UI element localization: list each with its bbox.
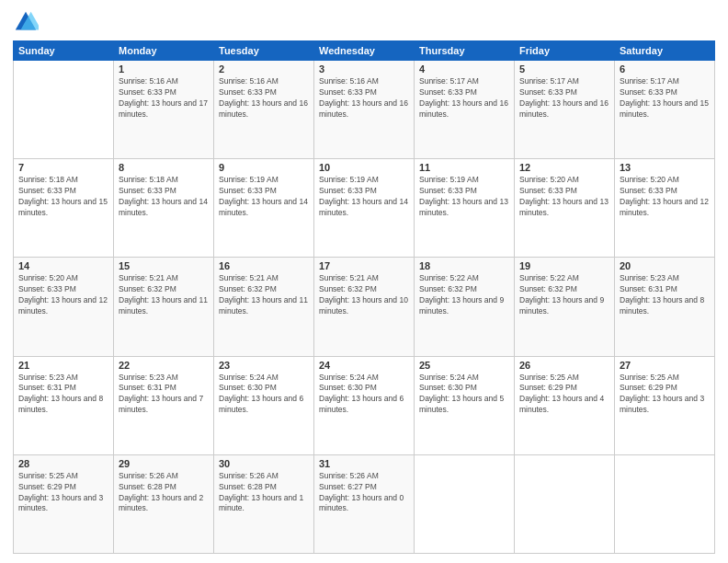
day-number: 25 bbox=[419, 360, 509, 371]
day-info: Sunrise: 5:17 AMSunset: 6:33 PMDaylight:… bbox=[419, 76, 509, 121]
header bbox=[13, 9, 715, 35]
day-cell: 18Sunrise: 5:22 AMSunset: 6:32 PMDayligh… bbox=[415, 258, 515, 356]
day-cell: 16Sunrise: 5:21 AMSunset: 6:32 PMDayligh… bbox=[214, 258, 314, 356]
header-cell-saturday: Saturday bbox=[615, 41, 715, 61]
day-number: 9 bbox=[219, 162, 309, 173]
day-info: Sunrise: 5:20 AMSunset: 6:33 PMDaylight:… bbox=[620, 175, 710, 219]
header-cell-tuesday: Tuesday bbox=[214, 41, 314, 61]
day-number: 3 bbox=[319, 63, 409, 75]
day-cell: 14Sunrise: 5:20 AMSunset: 6:33 PMDayligh… bbox=[14, 258, 114, 356]
day-info: Sunrise: 5:23 AMSunset: 6:31 PMDaylight:… bbox=[119, 373, 209, 417]
day-number: 29 bbox=[119, 458, 209, 469]
day-number: 15 bbox=[119, 260, 209, 271]
day-cell: 2Sunrise: 5:16 AMSunset: 6:33 PMDaylight… bbox=[214, 61, 314, 159]
day-cell: 3Sunrise: 5:16 AMSunset: 6:33 PMDaylight… bbox=[314, 61, 415, 159]
day-number: 1 bbox=[119, 63, 209, 75]
header-cell-sunday: Sunday bbox=[14, 41, 114, 61]
header-cell-friday: Friday bbox=[515, 41, 615, 61]
day-cell: 5Sunrise: 5:17 AMSunset: 6:33 PMDaylight… bbox=[515, 61, 615, 159]
day-number: 6 bbox=[620, 63, 710, 75]
week-row-2: 7Sunrise: 5:18 AMSunset: 6:33 PMDaylight… bbox=[14, 159, 715, 258]
day-info: Sunrise: 5:26 AMSunset: 6:28 PMDaylight:… bbox=[119, 471, 209, 515]
day-cell: 11Sunrise: 5:19 AMSunset: 6:33 PMDayligh… bbox=[415, 159, 515, 258]
day-number: 16 bbox=[219, 260, 309, 271]
day-info: Sunrise: 5:19 AMSunset: 6:33 PMDaylight:… bbox=[319, 175, 409, 219]
day-info: Sunrise: 5:20 AMSunset: 6:33 PMDaylight:… bbox=[519, 175, 609, 219]
day-number: 22 bbox=[119, 360, 209, 371]
day-info: Sunrise: 5:19 AMSunset: 6:33 PMDaylight:… bbox=[419, 175, 509, 219]
logo bbox=[13, 9, 42, 35]
day-cell: 9Sunrise: 5:19 AMSunset: 6:33 PMDaylight… bbox=[214, 159, 314, 258]
day-info: Sunrise: 5:18 AMSunset: 6:33 PMDaylight:… bbox=[18, 175, 108, 219]
day-number: 13 bbox=[620, 162, 710, 173]
day-cell: 6Sunrise: 5:17 AMSunset: 6:33 PMDaylight… bbox=[615, 61, 715, 159]
day-info: Sunrise: 5:26 AMSunset: 6:28 PMDaylight:… bbox=[219, 471, 309, 515]
day-cell: 7Sunrise: 5:18 AMSunset: 6:33 PMDaylight… bbox=[14, 159, 114, 258]
day-number: 11 bbox=[419, 162, 509, 173]
day-info: Sunrise: 5:20 AMSunset: 6:33 PMDaylight:… bbox=[18, 273, 108, 317]
day-cell: 27Sunrise: 5:25 AMSunset: 6:29 PMDayligh… bbox=[615, 356, 715, 454]
day-number: 30 bbox=[219, 458, 309, 469]
day-cell: 29Sunrise: 5:26 AMSunset: 6:28 PMDayligh… bbox=[114, 454, 214, 553]
day-number: 7 bbox=[18, 162, 108, 173]
header-cell-wednesday: Wednesday bbox=[314, 41, 415, 61]
day-info: Sunrise: 5:18 AMSunset: 6:33 PMDaylight:… bbox=[119, 175, 209, 219]
day-info: Sunrise: 5:24 AMSunset: 6:30 PMDaylight:… bbox=[419, 373, 509, 417]
day-number: 14 bbox=[18, 260, 108, 271]
day-info: Sunrise: 5:16 AMSunset: 6:33 PMDaylight:… bbox=[119, 76, 209, 121]
day-cell: 23Sunrise: 5:24 AMSunset: 6:30 PMDayligh… bbox=[214, 356, 314, 454]
day-info: Sunrise: 5:23 AMSunset: 6:31 PMDaylight:… bbox=[620, 273, 710, 317]
day-number: 21 bbox=[18, 360, 108, 371]
day-cell: 26Sunrise: 5:25 AMSunset: 6:29 PMDayligh… bbox=[515, 356, 615, 454]
week-row-5: 28Sunrise: 5:25 AMSunset: 6:29 PMDayligh… bbox=[14, 454, 715, 553]
day-info: Sunrise: 5:21 AMSunset: 6:32 PMDaylight:… bbox=[319, 273, 409, 317]
day-info: Sunrise: 5:19 AMSunset: 6:33 PMDaylight:… bbox=[219, 175, 309, 219]
day-number: 26 bbox=[519, 360, 609, 371]
day-cell: 8Sunrise: 5:18 AMSunset: 6:33 PMDaylight… bbox=[114, 159, 214, 258]
day-info: Sunrise: 5:26 AMSunset: 6:27 PMDaylight:… bbox=[319, 471, 409, 515]
day-cell: 15Sunrise: 5:21 AMSunset: 6:32 PMDayligh… bbox=[114, 258, 214, 356]
day-cell: 10Sunrise: 5:19 AMSunset: 6:33 PMDayligh… bbox=[314, 159, 415, 258]
day-info: Sunrise: 5:24 AMSunset: 6:30 PMDaylight:… bbox=[219, 373, 309, 417]
day-number: 28 bbox=[18, 458, 108, 469]
week-row-3: 14Sunrise: 5:20 AMSunset: 6:33 PMDayligh… bbox=[14, 258, 715, 356]
day-info: Sunrise: 5:25 AMSunset: 6:29 PMDaylight:… bbox=[519, 373, 609, 417]
day-info: Sunrise: 5:22 AMSunset: 6:32 PMDaylight:… bbox=[519, 273, 609, 317]
day-number: 17 bbox=[319, 260, 409, 271]
logo-icon bbox=[13, 9, 39, 35]
page: SundayMondayTuesdayWednesdayThursdayFrid… bbox=[0, 0, 728, 563]
day-cell bbox=[415, 454, 515, 553]
week-row-1: 1Sunrise: 5:16 AMSunset: 6:33 PMDaylight… bbox=[14, 61, 715, 159]
day-number: 12 bbox=[519, 162, 609, 173]
day-info: Sunrise: 5:25 AMSunset: 6:29 PMDaylight:… bbox=[18, 471, 108, 515]
day-info: Sunrise: 5:21 AMSunset: 6:32 PMDaylight:… bbox=[219, 273, 309, 317]
day-cell: 19Sunrise: 5:22 AMSunset: 6:32 PMDayligh… bbox=[515, 258, 615, 356]
day-cell: 28Sunrise: 5:25 AMSunset: 6:29 PMDayligh… bbox=[14, 454, 114, 553]
day-number: 19 bbox=[519, 260, 609, 271]
day-number: 27 bbox=[620, 360, 710, 371]
day-cell: 17Sunrise: 5:21 AMSunset: 6:32 PMDayligh… bbox=[314, 258, 415, 356]
day-number: 18 bbox=[419, 260, 509, 271]
day-info: Sunrise: 5:23 AMSunset: 6:31 PMDaylight:… bbox=[18, 373, 108, 417]
day-number: 20 bbox=[620, 260, 710, 271]
day-number: 8 bbox=[119, 162, 209, 173]
day-cell bbox=[515, 454, 615, 553]
day-cell: 13Sunrise: 5:20 AMSunset: 6:33 PMDayligh… bbox=[615, 159, 715, 258]
day-info: Sunrise: 5:17 AMSunset: 6:33 PMDaylight:… bbox=[519, 76, 609, 121]
day-info: Sunrise: 5:21 AMSunset: 6:32 PMDaylight:… bbox=[119, 273, 209, 317]
day-info: Sunrise: 5:16 AMSunset: 6:33 PMDaylight:… bbox=[319, 76, 409, 121]
header-row: SundayMondayTuesdayWednesdayThursdayFrid… bbox=[14, 41, 715, 61]
day-info: Sunrise: 5:16 AMSunset: 6:33 PMDaylight:… bbox=[219, 76, 309, 121]
day-cell: 1Sunrise: 5:16 AMSunset: 6:33 PMDaylight… bbox=[114, 61, 214, 159]
day-cell: 25Sunrise: 5:24 AMSunset: 6:30 PMDayligh… bbox=[415, 356, 515, 454]
day-number: 10 bbox=[319, 162, 409, 173]
day-number: 24 bbox=[319, 360, 409, 371]
day-info: Sunrise: 5:25 AMSunset: 6:29 PMDaylight:… bbox=[620, 373, 710, 417]
day-cell: 20Sunrise: 5:23 AMSunset: 6:31 PMDayligh… bbox=[615, 258, 715, 356]
day-cell: 30Sunrise: 5:26 AMSunset: 6:28 PMDayligh… bbox=[214, 454, 314, 553]
calendar-table: SundayMondayTuesdayWednesdayThursdayFrid… bbox=[13, 40, 715, 554]
day-cell: 4Sunrise: 5:17 AMSunset: 6:33 PMDaylight… bbox=[415, 61, 515, 159]
day-cell: 12Sunrise: 5:20 AMSunset: 6:33 PMDayligh… bbox=[515, 159, 615, 258]
day-number: 31 bbox=[319, 458, 409, 469]
day-cell: 24Sunrise: 5:24 AMSunset: 6:30 PMDayligh… bbox=[314, 356, 415, 454]
